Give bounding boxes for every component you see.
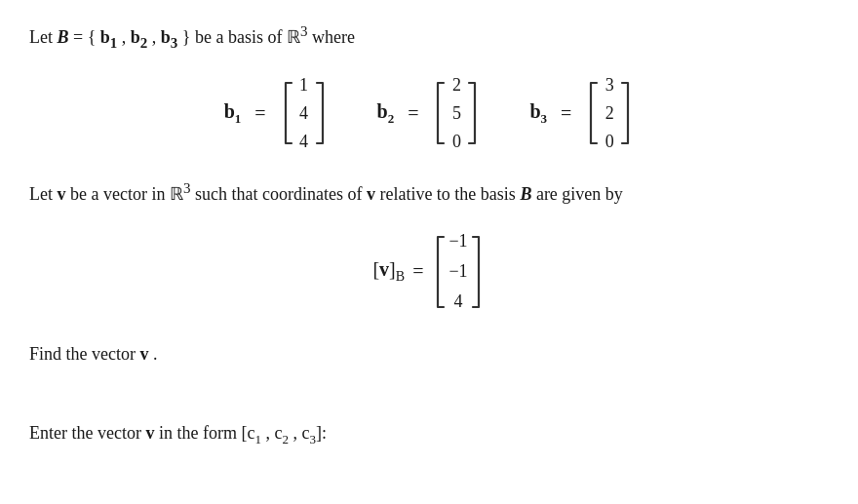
enter-vector-line: Enter the vector v in the form [c1 , c2 … (29, 423, 829, 447)
b1-equals: = (254, 102, 265, 125)
b3-v1: 3 (605, 72, 614, 98)
find-text: Find the vector (29, 344, 139, 364)
enter-text2: in the form [c1 , c2 , c3]: (159, 423, 327, 443)
b2-equals: = (408, 102, 418, 125)
para2-text1: Let v be a vector in ℝ3 such that coordi… (29, 184, 520, 204)
vb-v1: −1 (448, 228, 467, 254)
b2-values: 2 5 0 (448, 72, 465, 155)
comma2: , (152, 27, 161, 47)
b2-right-bracket (465, 79, 481, 147)
b3-v2: 2 (605, 100, 614, 127)
b3-left-bracket (585, 79, 601, 147)
para2-text2: are given by (536, 184, 623, 204)
enter-v: v (145, 423, 154, 443)
comma1: , (122, 27, 131, 47)
b2-expression: b2 = 2 5 0 (377, 72, 482, 155)
b2-v2: 5 (452, 100, 461, 127)
b1-values: 1 4 4 (295, 72, 313, 155)
b1-matrix: 1 4 4 (280, 72, 329, 155)
vb-values: −1 −1 4 (448, 228, 467, 315)
b1-right-bracket (313, 79, 329, 147)
b3-right-bracket (618, 79, 634, 147)
b1-v2: 4 (299, 100, 308, 127)
b3-values: 3 2 0 (601, 72, 618, 155)
vb-right-bracket (468, 233, 486, 311)
intro-text-1: Let (29, 27, 58, 47)
B-symbol: B (58, 27, 69, 47)
enter-text1: Enter the vector (29, 423, 145, 443)
vb-equals: = (412, 260, 423, 283)
vb-left-bracket (431, 233, 448, 311)
vb-expression: [v]B = −1 −1 4 (372, 228, 485, 315)
b1-vector-label: b1 (224, 100, 242, 127)
b3-v3: 0 (605, 129, 614, 155)
b3-vector-label: b3 (529, 100, 547, 127)
b3-matrix: 3 2 0 (585, 72, 634, 155)
b1-v3: 4 (299, 129, 308, 155)
b2-label: b2 (131, 27, 148, 47)
intro-line: Let B = { b1 , b2 , b3 } be a basis of ℝ… (29, 19, 829, 55)
b2-matrix: 2 5 0 (432, 72, 481, 155)
vb-label: [v]B (372, 258, 405, 285)
find-period: . (153, 344, 158, 364)
b3-expression: b3 = 3 2 0 (529, 72, 634, 155)
vb-v3: 4 (453, 289, 462, 315)
b3-label: b3 (161, 27, 178, 47)
intro-text-2: = { (73, 27, 96, 47)
b1-left-bracket (280, 79, 295, 147)
find-vector-line: Find the vector v . (29, 344, 829, 365)
b1-label: b1 (100, 27, 118, 47)
vb-matrix: −1 −1 4 (431, 228, 485, 315)
vb-v2: −1 (448, 258, 467, 285)
vectors-row: b1 = 1 4 4 b2 = 2 5 0 (29, 72, 829, 155)
para2-B: B (520, 184, 531, 204)
paragraph2: Let v be a vector in ℝ3 such that coordi… (29, 176, 829, 210)
b2-left-bracket (432, 79, 448, 147)
vb-centered: [v]B = −1 −1 4 (29, 228, 829, 315)
intro-text-3: } be a basis of ℝ3 where (182, 27, 355, 47)
b2-vector-label: b2 (377, 100, 395, 127)
b1-v1: 1 (299, 72, 308, 98)
find-v: v (139, 344, 148, 364)
b3-equals: = (561, 102, 571, 125)
b2-v3: 0 (452, 129, 461, 155)
b1-expression: b1 = 1 4 4 (224, 72, 329, 155)
b2-v1: 2 (452, 72, 461, 98)
